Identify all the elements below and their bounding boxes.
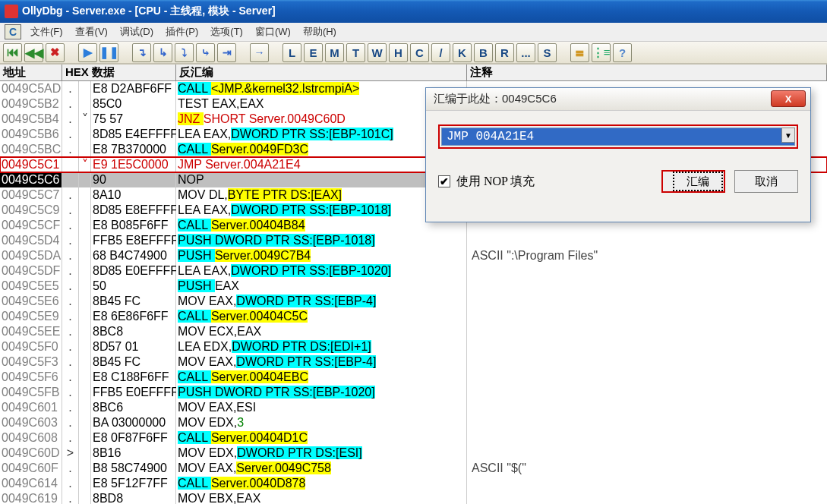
comment-cell (467, 476, 827, 491)
header-comment[interactable]: 注释 (467, 65, 827, 80)
disasm-cell: MOV EAX,DWORD PTR SS:[EBP-4] (176, 354, 467, 370)
mark-cell: . (62, 127, 79, 142)
comment-cell: ASCII "$(" (467, 461, 827, 476)
aux-cell (79, 430, 91, 446)
cancel-button[interactable]: 取消 (734, 170, 798, 193)
menu-debug[interactable]: 调试(D) (117, 24, 156, 40)
hex-cell: E9 1E5C0000 (91, 157, 176, 172)
goto-icon[interactable]: → (250, 43, 269, 62)
disasm-row[interactable]: 0049C5D4.FFB5 E8EFFFFIPUSH DWORD PTR SS:… (0, 233, 827, 248)
disasm-cell: PUSH DWORD PTR SS:[EBP-1020] (176, 385, 467, 400)
play-icon[interactable]: ▶ (78, 43, 97, 62)
toolbar-l-button[interactable]: L (283, 43, 301, 62)
disasm-row[interactable]: 0049C5DA.68 B4C74900PUSH Server.0049C7B4… (0, 248, 827, 263)
disasm-row[interactable]: 0049C608.E8 0F87F6FFCALL Server.00404D1C (0, 430, 827, 446)
toolbar-c-button[interactable]: C (410, 43, 429, 62)
toolbar-t-button[interactable]: T (346, 43, 365, 62)
disasm-row[interactable]: 0049C614.E8 5F12F7FFCALL Server.0040D878 (0, 476, 827, 491)
address-cell: 0049C5CF (0, 218, 62, 233)
header-disasm[interactable]: 反汇编 (176, 65, 467, 80)
trace-into-icon[interactable]: ⤵ (175, 43, 194, 62)
hex-cell: 8D57 01 (91, 339, 176, 354)
toolbar-m-button[interactable]: M (325, 43, 344, 62)
address-cell: 0049C608 (0, 430, 62, 446)
assemble-input[interactable] (441, 128, 795, 146)
step-into-icon[interactable]: ↴ (132, 43, 151, 62)
help-icon[interactable]: ? (613, 43, 632, 62)
mark-cell: . (62, 476, 79, 491)
disasm-row[interactable]: 0049C5F3.8B45 FCMOV EAX,DWORD PTR SS:[EB… (0, 354, 827, 370)
disasm-cell: TEST EAX,EAX (176, 96, 467, 112)
pause-icon[interactable]: ❚❚ (99, 43, 118, 62)
toolbar-b-button[interactable]: B (474, 43, 493, 62)
step-over-icon[interactable]: ↳ (153, 43, 172, 62)
hex-cell: FFB5 E0EFFFFI (91, 385, 176, 400)
trace-over-icon[interactable]: ⤷ (196, 43, 215, 62)
disasm-cell: MOV EBX,EAX (176, 491, 467, 504)
toolbar-e-button[interactable]: E (304, 43, 323, 62)
hex-cell: 8D85 E0EFFFFI (91, 263, 176, 279)
disasm-row[interactable]: 0049C5DF.8D85 E0EFFFFILEA EAX,DWORD PTR … (0, 263, 827, 279)
mark-cell: . (62, 294, 79, 309)
menu-options[interactable]: 选项(T) (207, 24, 246, 40)
toolbar-k-button[interactable]: K (453, 43, 472, 62)
disasm-row[interactable]: 0049C5F6.E8 C188F6FFCALL Server.00404EBC (0, 370, 827, 385)
mark-cell: . (62, 279, 79, 294)
disasm-row[interactable]: 0049C5F0.8D57 01LEA EDX,DWORD PTR DS:[ED… (0, 339, 827, 354)
hex-cell: E8 5F12F7FF (91, 476, 176, 491)
disasm-row[interactable]: 0049C5FB.FFB5 E0EFFFFIPUSH DWORD PTR SS:… (0, 385, 827, 400)
disasm-cell: LEA EDX,DWORD PTR DS:[EDI+1] (176, 339, 467, 354)
toolbar-/-button[interactable]: / (431, 43, 450, 62)
run-till-icon[interactable]: ⇥ (217, 43, 236, 62)
nop-fill-checkbox[interactable]: ✔ (438, 175, 450, 187)
disasm-row[interactable]: 0049C5E9.E8 6E86F6FFCALL Server.00404C5C (0, 309, 827, 324)
menu-window[interactable]: 窗口(W) (252, 24, 294, 40)
aux-cell (79, 81, 91, 96)
address-cell: 0049C5F0 (0, 339, 62, 354)
dropdown-icon[interactable]: ▼ (781, 128, 795, 143)
rewind-icon[interactable]: ⏮ (3, 43, 22, 62)
mark-cell: . (62, 218, 79, 233)
dialog-close-button[interactable]: X (771, 90, 806, 107)
aux-cell (79, 172, 91, 187)
disasm-row[interactable]: 0049C601.8BC6MOV EAX,ESI (0, 400, 827, 415)
comment-cell (467, 354, 827, 370)
disasm-cell: MOV EDX,3 (176, 415, 467, 430)
disasm-row[interactable]: 0049C619.8BD8MOV EBX,EAX (0, 491, 827, 504)
header-address[interactable]: 地址 (0, 65, 62, 80)
mark-cell: . (62, 263, 79, 279)
toolbar-r-button[interactable]: R (495, 43, 514, 62)
address-cell: 0049C60F (0, 461, 62, 476)
assemble-button[interactable]: 汇编 (673, 172, 723, 191)
hex-cell: E8 6E86F6FF (91, 309, 176, 324)
disasm-cell: JNZ SHORT Server.0049C60D (176, 112, 467, 127)
list-icon[interactable]: ≣ (570, 43, 589, 62)
menu-plugins[interactable]: 插件(P) (163, 24, 201, 40)
back-icon[interactable]: ◀◀ (24, 43, 43, 62)
mark-cell: . (62, 112, 79, 127)
hex-cell: 68 B4C74900 (91, 248, 176, 263)
disasm-cell: PUSH DWORD PTR SS:[EBP-1018] (176, 233, 467, 248)
disasm-row[interactable]: 0049C5E6.8B45 FCMOV EAX,DWORD PTR SS:[EB… (0, 294, 827, 309)
cpu-button[interactable]: C (5, 24, 21, 39)
disasm-row[interactable]: 0049C5EE.8BC8MOV ECX,EAX (0, 324, 827, 339)
aux-cell (79, 279, 91, 294)
hex-cell: BA 03000000 (91, 415, 176, 430)
toolbar-...-button[interactable]: ... (516, 43, 535, 62)
settings-icon[interactable]: ⋮≡ (592, 43, 611, 62)
close-icon[interactable]: ✖ (46, 43, 65, 62)
disasm-row[interactable]: 0049C5E5.50PUSH EAX (0, 279, 827, 294)
header-hex[interactable]: HEX 数据 (62, 65, 176, 80)
toolbar-s-button[interactable]: S (538, 43, 557, 62)
disasm-row[interactable]: 0049C60D>8B16MOV EDX,DWORD PTR DS:[ESI] (0, 446, 827, 461)
disasm-cell: MOV EAX,Server.0049C758 (176, 461, 467, 476)
menu-file[interactable]: 文件(F) (27, 24, 66, 40)
disasm-cell: MOV EDX,DWORD PTR DS:[ESI] (176, 446, 467, 461)
disasm-row[interactable]: 0049C603.BA 03000000MOV EDX,3 (0, 415, 827, 430)
disasm-row[interactable]: 0049C60F.B8 58C74900MOV EAX,Server.0049C… (0, 461, 827, 476)
disasm-cell: CALL <JMP.&kernel32.lstrcmpiA> (176, 81, 467, 96)
toolbar-h-button[interactable]: H (389, 43, 408, 62)
menu-view[interactable]: 查看(V) (72, 24, 111, 40)
menu-help[interactable]: 帮助(H) (300, 24, 339, 40)
toolbar-w-button[interactable]: W (368, 43, 387, 62)
